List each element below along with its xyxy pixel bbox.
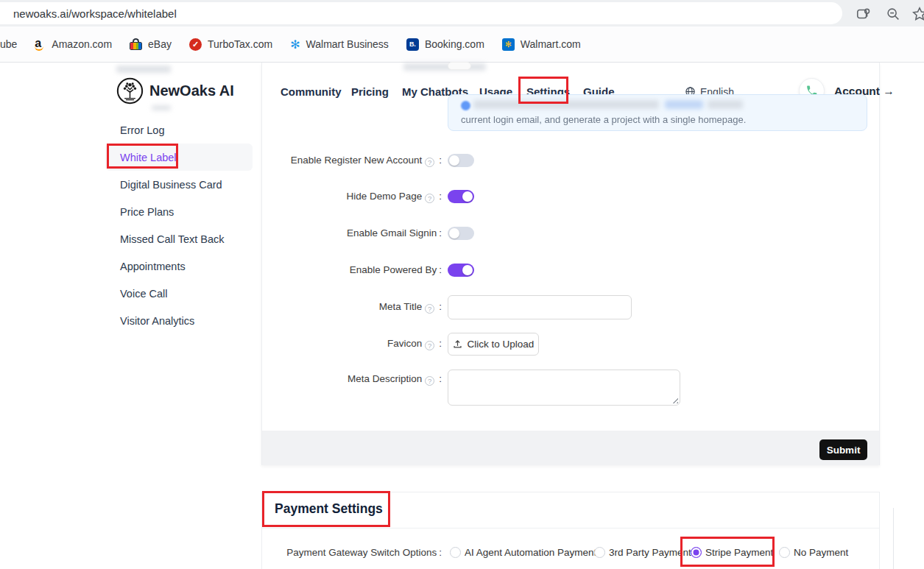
label-hide-demo-page: Hide Demo Page: (191, 191, 442, 203)
toggle-enable-gmail-signin[interactable] (448, 227, 474, 240)
sidebar-item-label: Visitor Analytics (120, 315, 194, 327)
label-enable-powered-by: Enable Powered By: (191, 264, 442, 275)
info-alert: current login email, and generate a proj… (448, 94, 867, 131)
meta-description-textarea[interactable] (448, 370, 680, 406)
sidebar-item-label: Appointments (120, 261, 186, 272)
bookmark-youtube-partial[interactable]: ube (0, 38, 17, 50)
brand-title: NewOaks AI (149, 82, 234, 99)
redacted-text (152, 105, 171, 110)
radio-label-ai-agent-automation-payment[interactable]: AI Agent Automation Payment (465, 547, 596, 558)
meta-title-input[interactable] (448, 295, 632, 319)
annotation-box-payment-settings (262, 491, 390, 527)
toggle-enable-register-new-account[interactable] (448, 154, 474, 167)
favorite-star-icon[interactable] (911, 6, 924, 22)
bookmark-label: ube (0, 38, 17, 50)
walmart-spark-icon: ✻ (290, 38, 300, 51)
label-meta-description: Meta Description: (191, 373, 442, 386)
help-icon[interactable] (425, 341, 434, 350)
bookmark-label: Booking.com (425, 38, 484, 50)
info-icon (461, 101, 470, 110)
ebay-icon (130, 38, 142, 50)
resize-handle[interactable] (671, 396, 678, 403)
bookmark-label: Walmart Business (306, 38, 389, 50)
bookmark-label: TurboTax.com (208, 38, 272, 50)
cut-off-toggle (448, 62, 471, 70)
redacted-text (403, 63, 486, 71)
radio-ai-agent-automation-payment[interactable] (450, 547, 461, 558)
sidebar-item-label: Error Log (120, 124, 164, 136)
radio-3rd-party-payment[interactable] (594, 547, 605, 558)
radio-label-3rd-party-payment[interactable]: 3rd Party Payment (609, 547, 691, 558)
bookmark-walmart-business[interactable]: ✻ Walmart Business (290, 38, 389, 51)
card-footer (262, 431, 879, 465)
upload-button-label: Click to Upload (468, 339, 535, 350)
bookmark-label: Walmart.com (521, 38, 581, 50)
browser-window: newoaks.ai/workspace/whitelabel ube a Am… (0, 0, 924, 569)
send-tab-icon[interactable] (856, 6, 872, 22)
bookmark-turbotax[interactable]: TurboTax.com (189, 38, 272, 51)
sidebar-item-error-log[interactable]: Error Log (105, 116, 253, 144)
amazon-icon: a (35, 38, 46, 51)
annotation-box-stripe-payment (680, 537, 775, 567)
bookmark-walmart[interactable]: ✻ Walmart.com (502, 38, 581, 51)
help-icon[interactable] (425, 304, 434, 314)
bookmark-booking[interactable]: B. Booking.com (406, 38, 484, 51)
bookmark-ebay[interactable]: eBay (130, 38, 172, 50)
scroll-track (893, 508, 894, 569)
tab-pricing[interactable]: Pricing (351, 85, 389, 98)
alert-text: current login email, and generate a proj… (461, 114, 746, 125)
redacted-text (116, 66, 171, 73)
toggle-enable-powered-by[interactable] (448, 264, 474, 277)
radio-no-payment[interactable] (779, 547, 790, 558)
upload-icon (453, 339, 462, 349)
turbotax-icon (189, 38, 202, 51)
toggle-hide-demo-page[interactable] (448, 190, 474, 203)
radio-label-no-payment[interactable]: No Payment (794, 547, 848, 558)
favicon-upload-button[interactable]: Click to Upload (448, 333, 539, 356)
label-payment-gateway-options: Payment Gateway Switch Options: (236, 547, 442, 558)
newoaks-logo (116, 77, 144, 105)
tab-community[interactable]: Community (281, 85, 342, 98)
bookmark-label: eBay (148, 38, 172, 50)
help-icon[interactable] (425, 194, 434, 203)
label-enable-gmail-signin: Enable Gmail Signin: (191, 227, 442, 238)
url-text: newoaks.ai/workspace/whitelabel (13, 7, 177, 20)
booking-icon: B. (406, 38, 419, 51)
zoom-out-icon[interactable] (885, 6, 901, 22)
bookmarks-bar: ube a Amazon.com eBay TurboTax.com ✻ Wal… (0, 26, 924, 63)
label-enable-register-new-account: Enable Register New Account: (191, 155, 442, 167)
sidebar-item-label: Digital Business Card (120, 179, 222, 191)
redacted-text (708, 100, 743, 109)
annotation-box-white-label (107, 144, 178, 169)
bookmark-amazon[interactable]: a Amazon.com (35, 38, 112, 51)
help-icon[interactable] (425, 158, 434, 167)
label-favicon: Favicon: (191, 338, 442, 350)
annotation-box-settings (518, 77, 568, 104)
redacted-link (665, 100, 703, 109)
label-meta-title: Meta Title: (191, 301, 442, 314)
submit-button[interactable]: Submit (819, 439, 867, 460)
walmart-icon: ✻ (502, 38, 515, 51)
address-bar[interactable]: newoaks.ai/workspace/whitelabel (0, 2, 842, 24)
bookmark-label: Amazon.com (52, 38, 112, 50)
divider (262, 528, 879, 529)
help-icon[interactable] (425, 376, 434, 386)
sidebar-item-label: Price Plans (120, 206, 174, 218)
sidebar-item-label: Voice Call (120, 288, 167, 300)
address-bar-row: newoaks.ai/workspace/whitelabel (0, 0, 924, 26)
